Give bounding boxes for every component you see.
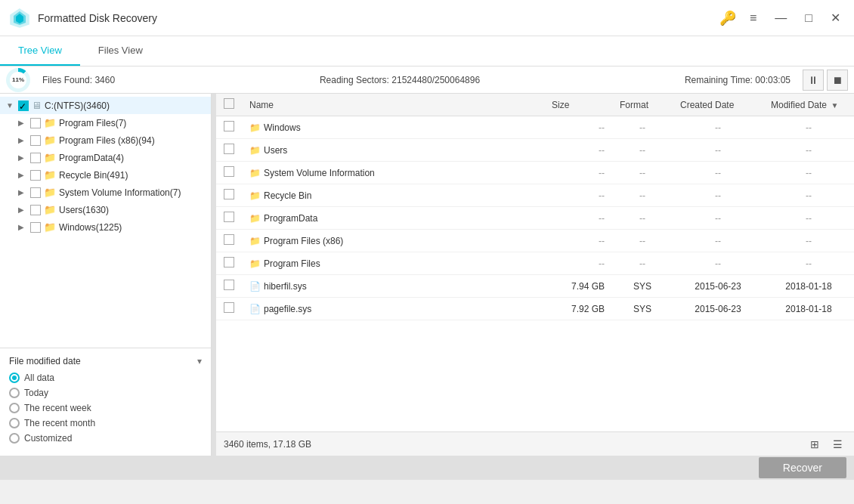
tree-item-2[interactable]: ▶ 📁 ProgramData(4) <box>0 149 211 166</box>
table-row[interactable]: 📁Windows -- -- -- -- <box>216 116 854 139</box>
close-btn[interactable]: ✕ <box>826 9 845 26</box>
tree-item-5[interactable]: ▶ 📁 Users(1630) <box>0 201 211 218</box>
row-format-2: -- <box>612 162 673 184</box>
filter-option-0[interactable]: All data <box>9 373 202 383</box>
grid-view-btn[interactable]: ⊞ <box>806 435 824 453</box>
radio-2[interactable] <box>9 403 20 413</box>
col-modified-header[interactable]: Modified Date ▼ <box>763 94 854 116</box>
tree-label-6: Windows(1225) <box>59 222 122 233</box>
checkbox-6[interactable] <box>224 257 234 267</box>
table-row[interactable]: 📁ProgramData -- -- -- -- <box>216 207 854 230</box>
row-check-5[interactable] <box>216 230 242 252</box>
tree-expand-5[interactable]: ▶ <box>18 206 29 214</box>
filter-option-4[interactable]: Customized <box>9 433 202 444</box>
checkbox-2[interactable] <box>224 166 234 177</box>
tree-expand-3[interactable]: ▶ <box>18 171 29 179</box>
tree-expand-1[interactable]: ▶ <box>18 136 29 144</box>
folder-row-icon: 📁 <box>249 145 261 156</box>
table-row[interactable]: 📄pagefile.sys 7.92 GB SYS 2015-06-23 201… <box>216 298 854 320</box>
table-row[interactable]: 📁Users -- -- -- -- <box>216 139 854 162</box>
row-size-5: -- <box>544 230 612 252</box>
row-created-6: -- <box>673 252 763 275</box>
tree-checkbox-5[interactable] <box>30 205 41 215</box>
tree-checkbox-6[interactable] <box>30 222 41 233</box>
tree-label-1: Program Files (x86)(94) <box>59 135 155 146</box>
row-check-7[interactable] <box>216 275 242 298</box>
row-check-8[interactable] <box>216 298 242 320</box>
tree-expand-0[interactable]: ▶ <box>18 119 29 127</box>
row-size-6: -- <box>544 252 612 275</box>
list-view-btn[interactable]: ☰ <box>828 435 846 453</box>
maximize-btn[interactable]: □ <box>800 10 817 26</box>
col-format-header[interactable]: Format <box>612 94 673 116</box>
row-format-3: -- <box>612 184 673 207</box>
table-row[interactable]: 📁System Volume Information -- -- -- -- <box>216 162 854 184</box>
menu-btn[interactable]: ≡ <box>745 10 761 26</box>
filter-option-1[interactable]: Today <box>9 388 202 398</box>
row-check-2[interactable] <box>216 162 242 184</box>
tree-expand-2[interactable]: ▶ <box>18 153 29 162</box>
minimize-btn[interactable]: — <box>770 10 791 26</box>
row-modified-4: -- <box>763 207 854 230</box>
stop-btn[interactable]: ⏹ <box>827 70 848 91</box>
row-format-4: -- <box>612 207 673 230</box>
row-check-6[interactable] <box>216 252 242 275</box>
tree-checkbox-1[interactable] <box>30 135 41 146</box>
tree-item-0[interactable]: ▶ 📁 Program Files(7) <box>0 114 211 131</box>
row-check-4[interactable] <box>216 207 242 230</box>
tree-checkbox-0[interactable] <box>30 118 41 128</box>
radio-0[interactable] <box>9 373 20 383</box>
table-row[interactable]: 📁Recycle Bin -- -- -- -- <box>216 184 854 207</box>
tree-expand-4[interactable]: ▶ <box>18 188 29 196</box>
row-modified-6: -- <box>763 252 854 275</box>
filter-collapse-icon[interactable]: ▾ <box>197 356 202 366</box>
pause-btn[interactable]: ⏸ <box>803 70 824 91</box>
checkbox-3[interactable] <box>224 189 234 199</box>
tree-area[interactable]: ▼ ✓ 🖥 C:(NTFS)(3460) ▶ 📁 Program Files(7… <box>0 94 211 348</box>
radio-4[interactable] <box>9 433 20 444</box>
tree-item-1[interactable]: ▶ 📁 Program Files (x86)(94) <box>0 131 211 149</box>
col-check-header[interactable] <box>216 94 242 116</box>
tab-tree-view[interactable]: Tree View <box>0 36 80 66</box>
col-created-header[interactable]: Created Date <box>673 94 763 116</box>
window-controls: 🔑 ≡ — □ ✕ <box>719 9 845 26</box>
row-format-8: SYS <box>612 298 673 320</box>
tree-checkbox-root[interactable]: ✓ <box>18 100 29 111</box>
tree-item-6[interactable]: ▶ 📁 Windows(1225) <box>0 218 211 236</box>
checkbox-7[interactable] <box>224 280 234 290</box>
filter-option-2[interactable]: The recent week <box>9 403 202 413</box>
filter-label-4: Customized <box>24 433 72 444</box>
radio-1[interactable] <box>9 388 20 398</box>
tree-checkbox-4[interactable] <box>30 187 41 198</box>
row-modified-2: -- <box>763 162 854 184</box>
recover-button[interactable]: Recover <box>759 457 846 478</box>
checkbox-0[interactable] <box>224 121 234 131</box>
key-icon[interactable]: 🔑 <box>719 10 736 26</box>
tree-item-4[interactable]: ▶ 📁 System Volume Information(7) <box>0 184 211 201</box>
checkbox-8[interactable] <box>224 302 234 313</box>
tree-checkbox-2[interactable] <box>30 153 41 163</box>
table-row[interactable]: 📁Program Files (x86) -- -- -- -- <box>216 230 854 252</box>
tree-root-item[interactable]: ▼ ✓ 🖥 C:(NTFS)(3460) <box>0 97 211 114</box>
row-name-8: 📄pagefile.sys <box>242 298 544 320</box>
radio-3[interactable] <box>9 418 20 428</box>
tree-item-3[interactable]: ▶ 📁 Recycle Bin(491) <box>0 166 211 184</box>
row-size-2: -- <box>544 162 612 184</box>
tree-checkbox-3[interactable] <box>30 170 41 181</box>
col-name-header[interactable]: Name <box>242 94 544 116</box>
row-check-3[interactable] <box>216 184 242 207</box>
tree-expand-root[interactable]: ▼ <box>6 101 17 110</box>
checkbox-5[interactable] <box>224 234 234 245</box>
table-row[interactable]: 📁Program Files -- -- -- -- <box>216 252 854 275</box>
row-check-1[interactable] <box>216 139 242 162</box>
table-row[interactable]: 📄hiberfil.sys 7.94 GB SYS 2015-06-23 201… <box>216 275 854 298</box>
file-table-container[interactable]: Name Size Format Created Date Modified D… <box>216 94 854 431</box>
table-header-row: Name Size Format Created Date Modified D… <box>216 94 854 116</box>
checkbox-4[interactable] <box>224 212 234 222</box>
tree-expand-6[interactable]: ▶ <box>18 223 29 231</box>
checkbox-1[interactable] <box>224 144 234 154</box>
row-check-0[interactable] <box>216 116 242 139</box>
tab-files-view[interactable]: Files View <box>80 36 161 66</box>
filter-option-3[interactable]: The recent month <box>9 418 202 428</box>
col-size-header[interactable]: Size <box>544 94 612 116</box>
